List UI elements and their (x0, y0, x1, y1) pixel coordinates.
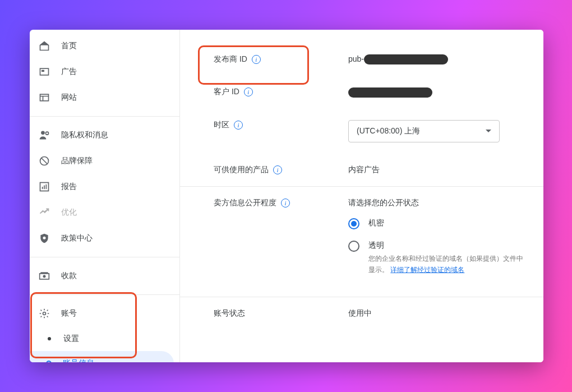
radio-button[interactable] (348, 218, 359, 229)
timezone-label: 时区 (214, 120, 229, 130)
bullet-active-icon (46, 361, 52, 362)
sidebar-item-payments[interactable]: 收款 (30, 263, 179, 289)
seller-info-prompt: 请选择您的公开状态 (348, 198, 523, 208)
products-value: 内容广告 (348, 165, 523, 175)
svg-rect-12 (46, 185, 47, 189)
sidebar-item-brand[interactable]: 品牌保障 (30, 148, 179, 174)
timezone-value: (UTC+08:00) 上海 (357, 126, 420, 136)
publisher-id-value: pub- (348, 54, 523, 64)
payments-icon (38, 269, 51, 283)
gear-icon (38, 307, 51, 320)
svg-point-15 (43, 275, 46, 278)
sidebar-label: 网站 (61, 93, 77, 103)
timezone-select[interactable]: (UTC+08:00) 上海 (348, 120, 500, 142)
sidebar-item-home[interactable]: 首页 (30, 33, 179, 59)
chevron-down-icon (486, 130, 491, 132)
sidebar-label: 首页 (61, 41, 77, 51)
radio-button[interactable] (348, 241, 359, 252)
info-icon[interactable]: i (281, 199, 290, 207)
svg-rect-2 (40, 94, 49, 101)
svg-point-17 (43, 312, 46, 315)
svg-point-13 (43, 237, 46, 239)
row-seller-info: 卖方信息公开程度 i 请选择您的公开状态 机密 (180, 186, 543, 297)
products-label: 可供使用的产品 (214, 165, 269, 175)
radio-description: 您的企业名称和经过验证的域名（如果提供）文件中显示。 详细了解经过验证的域名 (368, 253, 523, 276)
sidebar: 首页 广告 网站 (30, 30, 180, 362)
block-icon (38, 154, 51, 168)
home-icon (38, 39, 51, 53)
verified-domain-link[interactable]: 详细了解经过验证的域名 (390, 266, 464, 274)
sidebar-item-account[interactable]: 账号 (30, 301, 179, 326)
reports-icon (38, 180, 51, 193)
radio-option-confidential[interactable]: 机密 (348, 218, 523, 230)
sidebar-item-reports[interactable]: 报告 (30, 174, 179, 200)
ad-icon (38, 65, 51, 79)
sidebar-label: 优化 (61, 207, 77, 218)
sidebar-sub-label: 账号信息 (63, 358, 94, 362)
sidebar-label: 广告 (61, 67, 77, 77)
shield-icon (38, 232, 51, 245)
sidebar-sub-settings[interactable]: 设置 (30, 326, 179, 351)
svg-rect-16 (40, 272, 48, 274)
main-content: 发布商 ID i pub- 客户 ID i (180, 30, 543, 362)
sidebar-label: 账号 (61, 308, 77, 319)
info-icon[interactable]: i (273, 165, 282, 174)
sidebar-item-ads[interactable]: 广告 (30, 59, 179, 85)
account-status-label: 账号状态 (214, 308, 245, 319)
account-status-value: 使用中 (348, 308, 523, 319)
seller-info-label: 卖方信息公开程度 (214, 198, 276, 208)
row-customer-id: 客户 ID i (180, 76, 543, 108)
privacy-icon (38, 128, 51, 142)
bullet-icon (48, 337, 51, 340)
sidebar-sub-label: 设置 (63, 334, 79, 344)
sidebar-item-optimize[interactable]: 优化 (30, 200, 179, 225)
radio-label: 透明 (368, 241, 523, 251)
svg-point-6 (46, 132, 49, 135)
row-account-status: 账号状态 使用中 (180, 297, 543, 330)
info-icon[interactable]: i (252, 55, 261, 64)
sidebar-item-policy[interactable]: 政策中心 (30, 225, 179, 251)
sidebar-item-privacy[interactable]: 隐私权和消息 (30, 122, 179, 148)
row-timezone: 时区 i (UTC+08:00) 上海 (180, 109, 543, 154)
svg-rect-10 (42, 187, 43, 189)
svg-point-5 (41, 131, 45, 135)
publisher-id-label: 发布商 ID (214, 54, 247, 64)
svg-rect-11 (44, 186, 45, 190)
info-icon[interactable]: i (244, 87, 253, 96)
svg-rect-1 (41, 70, 44, 72)
app-window: 首页 广告 网站 (30, 30, 543, 362)
row-publisher-id: 发布商 ID i pub- (180, 43, 543, 76)
radio-label: 机密 (368, 218, 384, 228)
sidebar-item-sites[interactable]: 网站 (30, 85, 179, 110)
sidebar-label: 报告 (61, 182, 77, 192)
customer-id-label: 客户 ID (214, 87, 239, 97)
customer-id-value (348, 87, 523, 97)
sidebar-label: 隐私权和消息 (61, 130, 108, 140)
svg-line-8 (41, 158, 47, 164)
sidebar-sub-account-info[interactable]: 账号信息 (30, 351, 174, 362)
row-products: 可供使用的产品 i 内容广告 (180, 154, 543, 186)
info-icon[interactable]: i (234, 121, 243, 130)
optimize-icon (38, 206, 51, 219)
sidebar-label: 品牌保障 (61, 156, 93, 166)
sidebar-label: 收款 (61, 271, 77, 281)
sidebar-label: 政策中心 (61, 233, 93, 243)
radio-option-transparent[interactable]: 透明 您的企业名称和经过验证的域名（如果提供）文件中显示。 详细了解经过验证的域… (348, 241, 523, 276)
redacted-value (348, 87, 432, 98)
site-icon (38, 91, 51, 104)
redacted-value (364, 54, 448, 64)
